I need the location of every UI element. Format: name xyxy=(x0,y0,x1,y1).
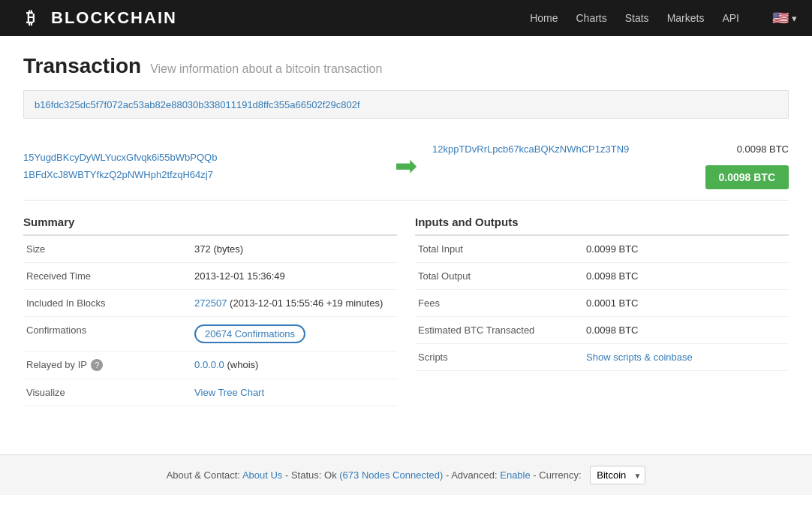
total-output-label: Total Output xyxy=(415,263,583,290)
footer: About & Contact: About Us - Status: Ok (… xyxy=(0,454,812,495)
view-tree-chart-link[interactable]: View Tree Chart xyxy=(194,387,264,398)
language-selector[interactable]: 🇺🇸 ▾ xyxy=(772,10,797,26)
status-text: Status: Ok xyxy=(291,469,337,481)
dropdown-arrow-icon: ▾ xyxy=(792,13,797,24)
main-content: Transaction View information about a bit… xyxy=(8,36,804,424)
scripts-value: Show scripts & coinbase xyxy=(583,344,789,371)
svg-text:₿: ₿ xyxy=(26,8,35,27)
summary-blocks-row: Included In Blocks 272507 (2013-12-01 15… xyxy=(23,290,397,317)
advanced-enable-link[interactable]: Enable xyxy=(500,469,530,481)
fees-value: 0.0001 BTC xyxy=(583,290,789,317)
nav-api[interactable]: API xyxy=(722,12,739,24)
summary-visualize-label: Visualize xyxy=(23,379,191,406)
tx-output-addr: 12kppTDvRrLpcb67kcaBQKzNWhCP1z3TN9 xyxy=(432,143,629,155)
scripts-label: Scripts xyxy=(415,344,583,371)
currency-select[interactable]: Bitcoin USD EUR GBP xyxy=(590,466,645,484)
summary-blocks-value: 272507 (2013-12-01 15:55:46 +19 minutes) xyxy=(191,290,397,317)
summary-relayed-value: 0.0.0.0 (whois) xyxy=(191,352,397,379)
summary-blocks-label: Included In Blocks xyxy=(23,290,191,317)
estimated-value: 0.0098 BTC xyxy=(583,317,789,344)
navbar: ₿ BLOCKCHAIN Home Charts Stats Markets A… xyxy=(0,0,812,36)
whois-text: (whois) xyxy=(227,359,258,370)
tx-detail-row: 15YugdBKcyDyWLYucxGfvqk6i55bWbPQQb 1BFdX… xyxy=(23,132,789,201)
total-input-label: Total Input xyxy=(415,236,583,263)
scripts-row: Scripts Show scripts & coinbase xyxy=(415,344,789,371)
inputs-outputs-panel: Inputs and Outputs Total Input 0.0099 BT… xyxy=(415,216,789,406)
nav-stats[interactable]: Stats xyxy=(625,12,649,24)
about-us-link[interactable]: About Us xyxy=(242,469,282,481)
summary-received-label: Received Time xyxy=(23,263,191,290)
help-icon[interactable]: ? xyxy=(91,359,103,371)
summary-table: Size 372 (bytes) Received Time 2013-12-0… xyxy=(23,236,397,406)
summary-confirmations-value: 20674 Confirmations xyxy=(191,317,397,352)
summary-size-row: Size 372 (bytes) xyxy=(23,236,397,263)
nav-home[interactable]: Home xyxy=(530,12,558,24)
estimated-label: Estimated BTC Transacted xyxy=(415,317,583,344)
about-contact-text: About & Contact: xyxy=(167,469,240,481)
summary-confirmations-row: Confirmations 20674 Confirmations xyxy=(23,317,397,352)
summary-title: Summary xyxy=(23,216,397,236)
summary-received-row: Received Time 2013-12-01 15:36:49 xyxy=(23,263,397,290)
total-output-value: 0.0098 BTC xyxy=(583,263,789,290)
currency-wrapper: Bitcoin USD EUR GBP xyxy=(584,466,645,484)
currency-label: Currency: xyxy=(539,469,581,481)
summary-panel: Summary Size 372 (bytes) Received Time 2… xyxy=(23,216,397,406)
total-input-value: 0.0099 BTC xyxy=(583,236,789,263)
fees-label: Fees xyxy=(415,290,583,317)
summary-confirmations-label: Confirmations xyxy=(23,317,191,352)
total-output-row: Total Output 0.0098 BTC xyxy=(415,263,789,290)
tx-output-amount: 0.0098 BTC xyxy=(737,143,789,155)
tx-total-button[interactable]: 0.0098 BTC xyxy=(705,165,789,189)
flag-icon: 🇺🇸 xyxy=(772,10,789,26)
summary-visualize-value: View Tree Chart xyxy=(191,379,397,406)
page-title: Transaction xyxy=(23,54,141,78)
panels: Summary Size 372 (bytes) Received Time 2… xyxy=(23,216,789,406)
advanced-text: Advanced: xyxy=(451,469,497,481)
inputs-outputs-title: Inputs and Outputs xyxy=(415,216,789,236)
tx-output-section: 12kppTDvRrLpcb67kcaBQKzNWhCP1z3TN9 0.009… xyxy=(432,143,789,189)
nodes-connected-link[interactable]: (673 Nodes Connected) xyxy=(339,469,443,481)
logo[interactable]: ₿ BLOCKCHAIN xyxy=(15,3,177,33)
logo-icon: ₿ xyxy=(15,3,45,33)
summary-relayed-label: Relayed by IP ? xyxy=(23,352,191,379)
footer-separator-1: - xyxy=(285,469,291,481)
summary-size-value: 372 (bytes) xyxy=(191,236,397,263)
tx-inputs: 15YugdBKcyDyWLYucxGfvqk6i55bWbPQQb 1BFdX… xyxy=(23,149,380,184)
show-scripts-link[interactable]: Show scripts & coinbase xyxy=(586,352,693,363)
tx-hash-bar: b16fdc325dc5f7f072ac53ab82e88030b3380111… xyxy=(23,90,789,119)
page-subtitle: View information about a bitcoin transac… xyxy=(150,62,382,76)
tx-input-addr-2[interactable]: 1BFdXcJ8WBTYfkzQ2pNWHph2tfzqH64zj7 xyxy=(23,166,380,183)
relayed-ip-link[interactable]: 0.0.0.0 xyxy=(194,359,224,370)
inputs-outputs-table: Total Input 0.0099 BTC Total Output 0.00… xyxy=(415,236,789,371)
nav-charts[interactable]: Charts xyxy=(576,12,606,24)
tx-arrow-icon: ➡ xyxy=(395,150,417,182)
tx-output-addr-link[interactable]: 12kppTDvRrLpcb67kcaBQKzNWhCP1z3TN9 xyxy=(432,143,629,155)
estimated-row: Estimated BTC Transacted 0.0098 BTC xyxy=(415,317,789,344)
summary-received-value: 2013-12-01 15:36:49 xyxy=(191,263,397,290)
tx-outputs: 12kppTDvRrLpcb67kcaBQKzNWhCP1z3TN9 0.009… xyxy=(432,143,789,155)
fees-row: Fees 0.0001 BTC xyxy=(415,290,789,317)
tx-hash-link[interactable]: b16fdc325dc5f7f072ac53ab82e88030b3380111… xyxy=(35,99,360,110)
confirmation-badge: 20674 Confirmations xyxy=(194,324,305,343)
nav-links: Home Charts Stats Markets API xyxy=(530,12,757,24)
summary-size-label: Size xyxy=(23,236,191,263)
tx-input-addr-1[interactable]: 15YugdBKcyDyWLYucxGfvqk6i55bWbPQQb xyxy=(23,149,380,166)
logo-text: BLOCKCHAIN xyxy=(51,8,177,28)
total-input-row: Total Input 0.0099 BTC xyxy=(415,236,789,263)
page-title-row: Transaction View information about a bit… xyxy=(23,54,789,78)
nav-markets[interactable]: Markets xyxy=(667,12,705,24)
summary-relayed-row: Relayed by IP ? 0.0.0.0 (whois) xyxy=(23,352,397,379)
summary-visualize-row: Visualize View Tree Chart xyxy=(23,379,397,406)
block-extra: (2013-12-01 15:55:46 +19 minutes) xyxy=(230,297,383,309)
block-link[interactable]: 272507 xyxy=(194,297,227,309)
